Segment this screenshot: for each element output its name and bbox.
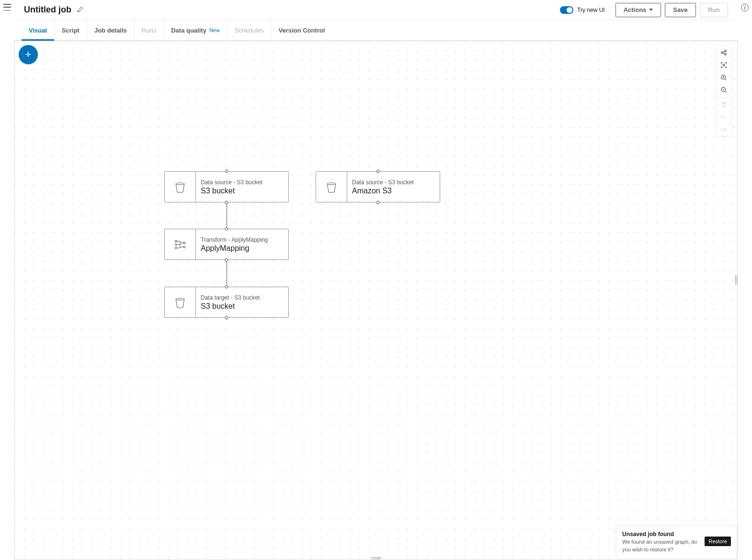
- toast-message: We found an unsaved graph, do you wish t…: [622, 538, 700, 553]
- actions-button[interactable]: Actions: [615, 3, 661, 17]
- run-button: Run: [700, 3, 728, 17]
- svg-line-3: [723, 51, 725, 52]
- bucket-icon: [173, 296, 187, 309]
- node-title: Amazon S3: [352, 187, 435, 195]
- bucket-icon: [325, 180, 338, 194]
- tab-schedules: Schedules: [228, 20, 272, 40]
- tab-version-control[interactable]: Version Control: [272, 20, 332, 40]
- node-data-source-amazon-s3[interactable]: Data source - S3 bucket Amazon S3: [316, 171, 440, 202]
- svg-rect-5: [723, 64, 725, 66]
- svg-point-0: [721, 52, 723, 54]
- tab-runs: Runs: [135, 20, 164, 40]
- drag-handle[interactable]: [371, 557, 381, 560]
- resize-handle[interactable]: [735, 275, 738, 285]
- try-new-ui-toggle[interactable]: [560, 6, 573, 14]
- zoom-in-icon[interactable]: [717, 71, 731, 84]
- svg-point-14: [175, 244, 177, 246]
- redo-icon: [717, 123, 731, 136]
- undo-icon: [717, 111, 731, 123]
- header: Untitled job Try new UI Actions Save Run: [14, 0, 738, 20]
- restore-button[interactable]: Restore: [705, 537, 731, 546]
- trash-icon: [717, 99, 731, 111]
- tab-script[interactable]: Script: [55, 20, 87, 40]
- svg-point-17: [183, 246, 185, 248]
- canvas[interactable]: +: [15, 41, 737, 560]
- node-type: Transform - ApplyMapping: [201, 236, 284, 243]
- node-transform-applymapping[interactable]: Transform - ApplyMapping ApplyMapping: [164, 229, 289, 260]
- tab-data-quality[interactable]: Data qualityNew: [164, 20, 228, 40]
- svg-point-1: [725, 50, 727, 52]
- tab-bar: Visual Script Job details Runs Data qual…: [14, 20, 738, 41]
- share-icon[interactable]: [717, 46, 731, 59]
- zoom-out-icon[interactable]: [717, 84, 731, 96]
- svg-point-2: [725, 54, 727, 56]
- page-title: Untitled job: [24, 5, 71, 15]
- chevron-down-icon: [649, 9, 653, 11]
- unsaved-job-toast: Unsaved job found We found an unsaved gr…: [616, 526, 737, 559]
- edge: [227, 204, 227, 227]
- edge: [227, 261, 227, 285]
- bucket-icon: [173, 180, 187, 194]
- node-title: S3 bucket: [201, 187, 284, 195]
- node-title: ApplyMapping: [201, 244, 284, 253]
- svg-point-15: [175, 246, 177, 249]
- node-type: Data target - S3 bucket: [201, 294, 284, 301]
- svg-line-4: [723, 53, 725, 54]
- svg-line-7: [725, 79, 727, 80]
- mapping-icon: [173, 238, 187, 251]
- node-type: Data source - S3 bucket: [201, 179, 284, 186]
- tab-job-details[interactable]: Job details: [87, 20, 135, 40]
- canvas-wrap: +: [14, 41, 738, 560]
- svg-rect-16: [183, 242, 185, 244]
- svg-rect-13: [175, 240, 177, 242]
- try-new-ui-label: Try new UI: [577, 7, 605, 13]
- node-data-source-s3-bucket[interactable]: Data source - S3 bucket S3 bucket: [164, 171, 289, 202]
- add-node-button[interactable]: +: [19, 45, 38, 64]
- node-title: S3 bucket: [201, 302, 284, 311]
- info-icon[interactable]: i: [741, 4, 749, 11]
- svg-line-11: [725, 91, 727, 93]
- fit-screen-icon[interactable]: [717, 59, 731, 71]
- save-button[interactable]: Save: [665, 3, 695, 17]
- menu-toggle[interactable]: [3, 4, 11, 11]
- edit-icon[interactable]: [77, 6, 84, 14]
- node-data-target-s3-bucket[interactable]: Data target - S3 bucket S3 bucket: [164, 287, 289, 318]
- canvas-toolbar: [716, 46, 731, 136]
- node-type: Data source - S3 bucket: [352, 179, 435, 186]
- toast-title: Unsaved job found: [622, 531, 700, 538]
- tab-visual[interactable]: Visual: [22, 20, 55, 40]
